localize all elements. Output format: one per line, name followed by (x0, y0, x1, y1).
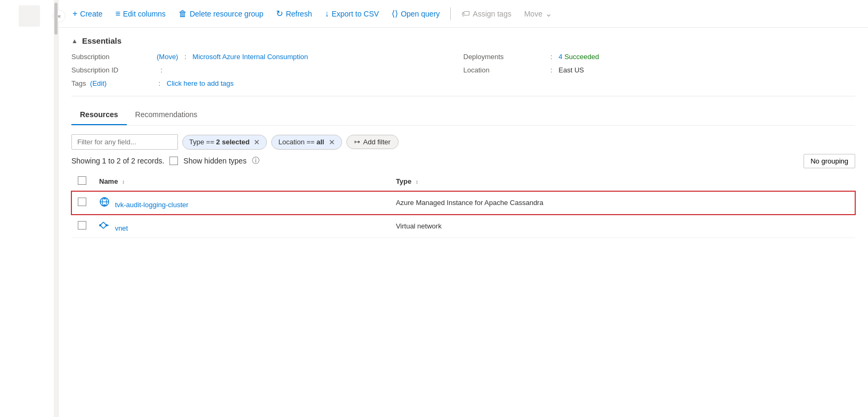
subscription-label: Subscription (71, 53, 157, 61)
essentials-section: ▲ Essentials Subscription (Move) : Micro… (71, 28, 855, 96)
sidebar-logo (19, 5, 40, 27)
name-sort-icon: ↕ (122, 179, 125, 185)
content-area: ▲ Essentials Subscription (Move) : Micro… (59, 28, 868, 417)
table-row: tvk-audit-logging-cluster Azure Managed … (71, 191, 855, 215)
query-icon: ⟨⟩ (392, 9, 398, 19)
refresh-button[interactable]: ↻ Refresh (271, 5, 317, 22)
subscription-id-label: Subscription ID (71, 66, 157, 74)
assign-tags-button[interactable]: 🏷 Assign tags (456, 6, 516, 22)
type-filter-chip[interactable]: Type == 2 selected ✕ (182, 135, 267, 150)
tab-recommendations[interactable]: Recommendations (127, 105, 206, 125)
subscription-move-link[interactable]: (Move) (157, 53, 178, 61)
plus-icon: + (72, 9, 77, 19)
records-row: Showing 1 to 2 of 2 records. Show hidden… (71, 156, 855, 166)
refresh-icon: ↻ (276, 9, 283, 19)
location-label: Location (464, 66, 549, 74)
vnet-icon (99, 220, 110, 231)
row1-type-cell: Azure Managed Instance for Apache Cassan… (390, 191, 855, 215)
essentials-grid: Subscription (Move) : Microsoft Azure In… (71, 53, 855, 87)
table-row: vnet Virtual network (71, 215, 855, 238)
svg-point-3 (104, 198, 106, 200)
deployments-label: Deployments (464, 53, 549, 61)
filter-row: Type == 2 selected ✕ Location == all ✕ ↦… (71, 134, 855, 150)
row2-name-cell: vnet (93, 215, 390, 238)
info-icon: ⓘ (252, 156, 259, 166)
deployments-row: Deployments : 4 Succeeded (464, 53, 856, 61)
subscription-value-link[interactable]: Microsoft Azure Internal Consumption (192, 53, 308, 61)
toolbar: + Create ≡ Edit columns 🗑 Delete resourc… (59, 0, 868, 28)
main-content: + Create ≡ Edit columns 🗑 Delete resourc… (59, 0, 868, 417)
no-grouping-button[interactable]: No grouping (804, 154, 855, 168)
row2-checkbox-cell (71, 215, 93, 238)
tags-row: Tags (Edit) : Click here to add tags (71, 79, 464, 87)
trash-icon: 🗑 (179, 9, 187, 19)
tabs: Resources Recommendations (71, 105, 855, 126)
add-tags-link[interactable]: Click here to add tags (167, 79, 234, 87)
tags-edit-link[interactable]: (Edit) (90, 79, 107, 87)
row1-checkbox-cell (71, 191, 93, 215)
create-button[interactable]: + Create (67, 6, 108, 22)
table-header-row: Name ↕ Type ↕ (71, 172, 855, 191)
essentials-left: Subscription (Move) : Microsoft Azure In… (71, 53, 464, 87)
toolbar-separator (450, 7, 451, 20)
delete-rg-button[interactable]: 🗑 Delete resource group (173, 6, 269, 22)
essentials-right: Deployments : 4 Succeeded Location : Eas… (464, 53, 856, 87)
open-query-button[interactable]: ⟨⟩ Open query (386, 5, 445, 22)
cassandra-icon (99, 197, 110, 207)
row2-checkbox[interactable] (78, 221, 86, 230)
select-all-th (71, 172, 93, 191)
export-csv-button[interactable]: ↓ Export to CSV (319, 6, 384, 22)
type-filter-clear-icon[interactable]: ✕ (254, 138, 260, 146)
edit-columns-button[interactable]: ≡ Edit columns (110, 6, 171, 22)
location-filter-chip[interactable]: Location == all ✕ (271, 135, 342, 150)
add-filter-button[interactable]: ↦ Add filter (346, 135, 399, 149)
columns-icon: ≡ (115, 9, 120, 19)
select-all-checkbox[interactable] (78, 176, 86, 185)
records-showing-text: Showing 1 to 2 of 2 records. (71, 157, 164, 165)
download-icon: ↓ (325, 9, 329, 19)
svg-point-4 (104, 205, 106, 206)
filter-input[interactable] (71, 134, 178, 150)
name-column-header[interactable]: Name ↕ (93, 172, 390, 191)
location-value: East US (558, 66, 584, 74)
row1-name-link[interactable]: tvk-audit-logging-cluster (115, 201, 189, 209)
sidebar: « (0, 0, 59, 417)
svg-point-7 (99, 224, 101, 226)
sidebar-scrollbar (54, 0, 58, 417)
resources-table: Name ↕ Type ↕ (71, 172, 855, 238)
tab-resources[interactable]: Resources (71, 105, 127, 125)
svg-point-6 (106, 224, 108, 226)
subscription-row: Subscription (Move) : Microsoft Azure In… (71, 53, 464, 61)
scrollbar-thumb (54, 3, 58, 35)
move-button[interactable]: Move ⌄ (519, 5, 557, 22)
subscription-id-row: Subscription ID : (71, 66, 464, 74)
type-sort-icon: ↕ (416, 179, 418, 185)
location-row: Location : East US (464, 66, 856, 74)
row2-name-link[interactable]: vnet (115, 224, 128, 232)
chevron-up-icon: ▲ (71, 37, 78, 45)
filter-icon: ↦ (354, 138, 360, 146)
chevron-down-icon: ⌄ (545, 9, 552, 19)
show-hidden-label: Show hidden types (183, 157, 246, 165)
show-hidden-checkbox[interactable] (169, 157, 178, 165)
tag-icon: 🏷 (461, 9, 470, 19)
location-filter-clear-icon[interactable]: ✕ (329, 138, 335, 146)
row1-checkbox[interactable] (78, 198, 86, 206)
tags-label: Tags (Edit) (71, 79, 157, 87)
type-column-header[interactable]: Type ↕ (390, 172, 855, 191)
row2-type-cell: Virtual network (390, 215, 855, 238)
essentials-header[interactable]: ▲ Essentials (71, 36, 855, 45)
deployments-status: Succeeded (564, 53, 599, 61)
row1-name-cell: tvk-audit-logging-cluster (93, 191, 390, 215)
deployments-count: 4 (558, 53, 562, 61)
